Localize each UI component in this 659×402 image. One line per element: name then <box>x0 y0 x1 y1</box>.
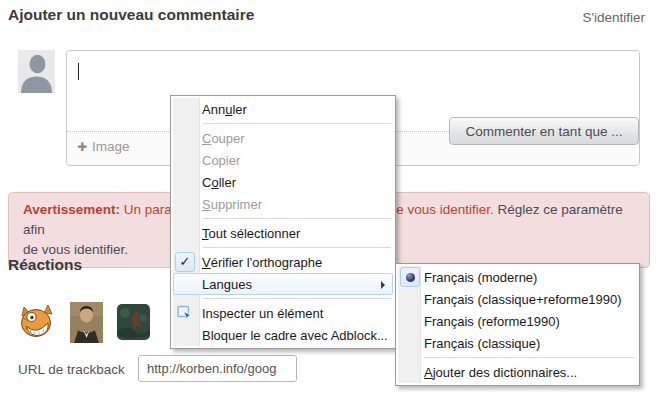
signin-link[interactable]: S'identifier <box>582 10 645 25</box>
page-title: Ajouter un nouveau commentaire <box>8 6 254 24</box>
menu-item-coller[interactable]: Coller <box>173 171 393 193</box>
menu-item-bloquer-adblock[interactable]: Bloquer le cadre avec Adblock... <box>173 324 393 346</box>
menu-item-couper: Couper <box>173 127 393 149</box>
trackback-url-input[interactable] <box>138 355 297 382</box>
user-avatar <box>18 50 55 93</box>
add-image-button[interactable]: ✚Image <box>77 139 130 154</box>
menu-item-annuler[interactable]: Annuler <box>173 98 393 120</box>
inspect-icon <box>177 305 193 321</box>
radio-selected-icon <box>400 267 420 287</box>
menu-separator <box>424 357 635 358</box>
person-silhouette-icon <box>18 50 55 93</box>
menu-item-verifier-orthographe[interactable]: ✓Vérifier l'orthographe <box>173 251 393 273</box>
menu-item-ajouter-dictionnaires[interactable]: Ajouter des dictionnaires... <box>398 361 637 383</box>
trackback-label: URL de trackback <box>18 362 125 377</box>
menu-item-francais-moderne[interactable]: Français (moderne) <box>398 266 637 288</box>
menu-item-francais-classique[interactable]: Français (classique) <box>398 332 637 354</box>
menu-item-copier: Copier <box>173 149 393 171</box>
text-caret <box>78 63 79 80</box>
menu-separator <box>203 298 391 299</box>
menu-separator <box>203 218 391 219</box>
reaction-avatar-man[interactable] <box>70 302 103 343</box>
reactions-title: Réactions <box>8 256 82 274</box>
checkmark-icon: ✓ <box>175 252 195 272</box>
menu-separator <box>203 247 391 248</box>
submenu-arrow-icon <box>381 281 385 289</box>
context-menu: AnnulerCouperCopierCollerSupprimerTout s… <box>170 95 396 349</box>
plus-icon: ✚ <box>77 140 87 154</box>
menu-item-francais-classique-reforme1990[interactable]: Français (classique+reforme1990) <box>398 288 637 310</box>
warning-label: Avertissement: <box>23 202 120 217</box>
menu-item-supprimer: Supprimer <box>173 193 393 215</box>
warning-dark-text-2: de vous identifier. <box>23 242 128 257</box>
menu-item-francais-reforme1990[interactable]: Français (reforme1990) <box>398 310 637 332</box>
menu-item-inspecter-element[interactable]: Inspecter un élément <box>173 302 393 324</box>
menu-separator <box>203 123 391 124</box>
reaction-avatar-artwork[interactable] <box>117 304 150 340</box>
language-submenu: Français (moderne)Français (classique+re… <box>395 263 640 386</box>
menu-item-tout-selectionner[interactable]: Tout sélectionner <box>173 222 393 244</box>
menu-item-langues[interactable]: Langues <box>173 273 393 295</box>
reaction-avatar-cat[interactable] <box>17 302 56 342</box>
comment-submit-button[interactable]: Commenter en tant que ... <box>449 117 639 145</box>
